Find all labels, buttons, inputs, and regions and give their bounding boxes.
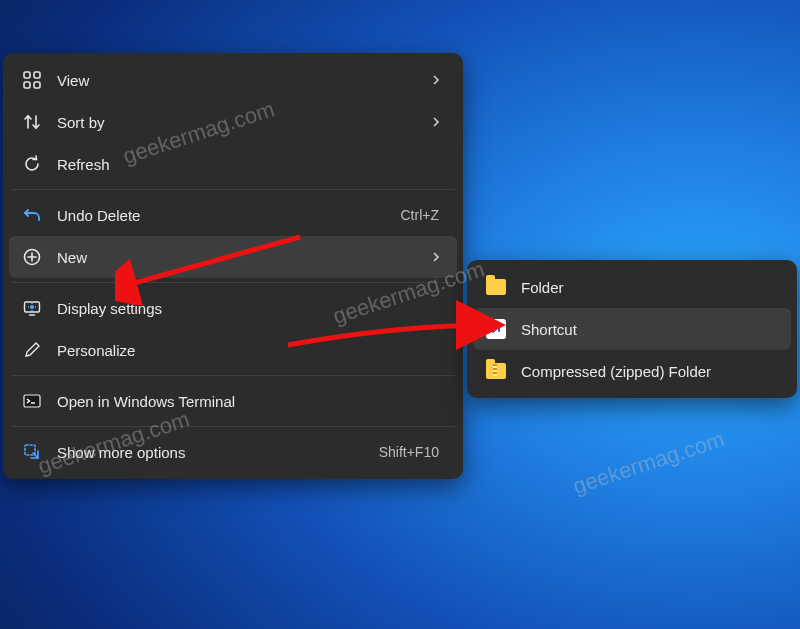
display-settings-icon	[21, 297, 43, 319]
menu-new-label: New	[57, 249, 417, 266]
menu-undo-delete-shortcut: Ctrl+Z	[401, 207, 440, 223]
new-submenu: Folder Shortcut Compressed (zipped) Fold…	[467, 260, 797, 398]
chevron-right-icon	[431, 250, 445, 264]
refresh-icon	[21, 153, 43, 175]
menu-personalize-label: Personalize	[57, 342, 445, 359]
paintbrush-icon	[21, 339, 43, 361]
sort-icon	[21, 111, 43, 133]
menu-new[interactable]: New	[9, 236, 457, 278]
submenu-shortcut[interactable]: Shortcut	[473, 308, 791, 350]
menu-show-more-options[interactable]: Show more options Shift+F10	[9, 431, 457, 473]
chevron-right-icon	[431, 73, 445, 87]
shortcut-icon	[485, 318, 507, 340]
view-icon	[21, 69, 43, 91]
menu-personalize[interactable]: Personalize	[9, 329, 457, 371]
submenu-folder-label: Folder	[521, 279, 779, 296]
menu-view[interactable]: View	[9, 59, 457, 101]
undo-icon	[21, 204, 43, 226]
menu-separator	[11, 189, 455, 190]
submenu-shortcut-label: Shortcut	[521, 321, 779, 338]
svg-rect-2	[24, 82, 30, 88]
menu-refresh[interactable]: Refresh	[9, 143, 457, 185]
submenu-compressed-folder[interactable]: Compressed (zipped) Folder	[473, 350, 791, 392]
menu-separator	[11, 426, 455, 427]
submenu-folder[interactable]: Folder	[473, 266, 791, 308]
terminal-icon	[21, 390, 43, 412]
menu-show-more-options-label: Show more options	[57, 444, 365, 461]
svg-rect-0	[24, 72, 30, 78]
menu-refresh-label: Refresh	[57, 156, 445, 173]
svg-rect-3	[34, 82, 40, 88]
menu-undo-delete-label: Undo Delete	[57, 207, 387, 224]
show-more-icon	[21, 441, 43, 463]
menu-separator	[11, 282, 455, 283]
menu-display-settings-label: Display settings	[57, 300, 445, 317]
svg-rect-1	[34, 72, 40, 78]
svg-rect-12	[24, 395, 40, 407]
folder-icon	[485, 276, 507, 298]
zip-folder-icon	[485, 360, 507, 382]
watermark: geekermag.com	[570, 426, 728, 499]
chevron-right-icon	[431, 115, 445, 129]
menu-display-settings[interactable]: Display settings	[9, 287, 457, 329]
menu-view-label: View	[57, 72, 417, 89]
menu-sort-by-label: Sort by	[57, 114, 417, 131]
menu-undo-delete[interactable]: Undo Delete Ctrl+Z	[9, 194, 457, 236]
plus-circle-icon	[21, 246, 43, 268]
menu-sort-by[interactable]: Sort by	[9, 101, 457, 143]
submenu-compressed-folder-label: Compressed (zipped) Folder	[521, 363, 779, 380]
desktop-context-menu: View Sort by Refresh	[3, 53, 463, 479]
menu-open-terminal-label: Open in Windows Terminal	[57, 393, 445, 410]
menu-show-more-options-shortcut: Shift+F10	[379, 444, 439, 460]
svg-point-11	[30, 305, 34, 309]
menu-open-terminal[interactable]: Open in Windows Terminal	[9, 380, 457, 422]
menu-separator	[11, 375, 455, 376]
